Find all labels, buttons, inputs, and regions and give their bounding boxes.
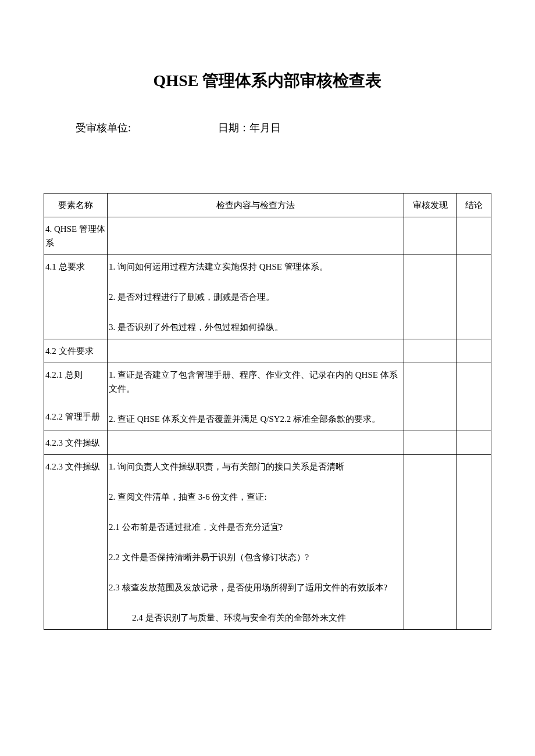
- content-cell: [108, 431, 404, 455]
- table-row: 4. QHSE 管理体系: [44, 217, 491, 255]
- element-cell: 4. QHSE 管理体系: [44, 217, 108, 255]
- content-line: 1. 查证是否建立了包含管理手册、程序、作业文件、记录在内的 QHSE 体系文件…: [109, 368, 402, 396]
- content-line: 1. 询问如何运用过程方法建立实施保持 QHSE 管理体系。: [109, 260, 402, 274]
- audit-table: 要素名称 检查内容与检查方法 审核发现 结论 4. QHSE 管理体系 4.1 …: [44, 193, 491, 630]
- content-line: 2. 查阅文件清单，抽查 3-6 份文件，查证:: [109, 490, 402, 504]
- table-row: 4.2 文件要求: [44, 339, 491, 363]
- finding-cell: [404, 339, 456, 363]
- table-row: 4.2.3 文件操纵: [44, 431, 491, 455]
- content-line: 2.4 是否识别了与质量、环境与安全有关的全部外来文件: [109, 611, 402, 625]
- content-line: 2. 查证 QHSE 体系文件是否覆盖并满足 Q/SY2.2 标准全部条款的要求…: [109, 412, 402, 426]
- content-cell: [108, 339, 404, 363]
- content-cell: 1. 查证是否建立了包含管理手册、程序、作业文件、记录在内的 QHSE 体系文件…: [108, 363, 404, 431]
- content-cell: 1. 询问负责人文件操纵职责，与有关部门的接口关系是否清晰 2. 查阅文件清单，…: [108, 455, 404, 630]
- table-header-row: 要素名称 检查内容与检查方法 审核发现 结论: [44, 194, 491, 217]
- conclusion-cell: [456, 255, 491, 339]
- content-cell: 1. 询问如何运用过程方法建立实施保持 QHSE 管理体系。 2. 是否对过程进…: [108, 255, 404, 339]
- table-row: 4.2.1 总则 4.2.2 管理手册 1. 查证是否建立了包含管理手册、程序、…: [44, 363, 491, 431]
- finding-cell: [404, 217, 456, 255]
- content-line: 2.3 核查发放范围及发放记录，是否使用场所得到了适用文件的有效版本?: [109, 581, 402, 594]
- conclusion-cell: [456, 431, 491, 455]
- finding-cell: [404, 455, 456, 630]
- conclusion-cell: [456, 217, 491, 255]
- conclusion-cell: [456, 455, 491, 630]
- header-conclusion: 结论: [456, 194, 491, 217]
- header-content: 检查内容与检查方法: [108, 194, 404, 217]
- content-line: 2.2 文件是否保持清晰并易于识别（包含修订状态）?: [109, 550, 402, 564]
- element-cell: 4.2.1 总则 4.2.2 管理手册: [44, 363, 108, 431]
- finding-cell: [404, 363, 456, 431]
- element-sub-a: 4.2.1 总则: [45, 368, 106, 382]
- table-row: 4.1 总要求 1. 询问如何运用过程方法建立实施保持 QHSE 管理体系。 2…: [44, 255, 491, 339]
- element-cell: 4.1 总要求: [44, 255, 108, 339]
- element-cell: 4.2.3 文件操纵: [44, 455, 108, 630]
- element-cell: 4.2.3 文件操纵: [44, 431, 108, 455]
- content-line: 2. 是否对过程进行了删减，删减是否合理。: [109, 290, 402, 304]
- content-cell: [108, 217, 404, 255]
- conclusion-cell: [456, 339, 491, 363]
- element-cell: 4.2 文件要求: [44, 339, 108, 363]
- meta-row: 受审核单位: 日期：年月日: [44, 121, 491, 135]
- page-title: QHSE 管理体系内部审核检查表: [44, 70, 491, 92]
- table-row: 4.2.3 文件操纵 1. 询问负责人文件操纵职责，与有关部门的接口关系是否清晰…: [44, 455, 491, 630]
- content-line: 3. 是否识别了外包过程，外包过程如何操纵。: [109, 320, 402, 334]
- element-sub-b: 4.2.2 管理手册: [45, 410, 106, 424]
- audited-unit-label: 受审核单位:: [76, 121, 131, 135]
- content-line: 2.1 公布前是否通过批准，文件是否充分适宜?: [109, 520, 402, 534]
- content-line: 1. 询问负责人文件操纵职责，与有关部门的接口关系是否清晰: [109, 460, 402, 474]
- header-finding: 审核发现: [404, 194, 456, 217]
- date-label: 日期：年月日: [218, 121, 281, 135]
- finding-cell: [404, 431, 456, 455]
- header-element: 要素名称: [44, 194, 108, 217]
- finding-cell: [404, 255, 456, 339]
- conclusion-cell: [456, 363, 491, 431]
